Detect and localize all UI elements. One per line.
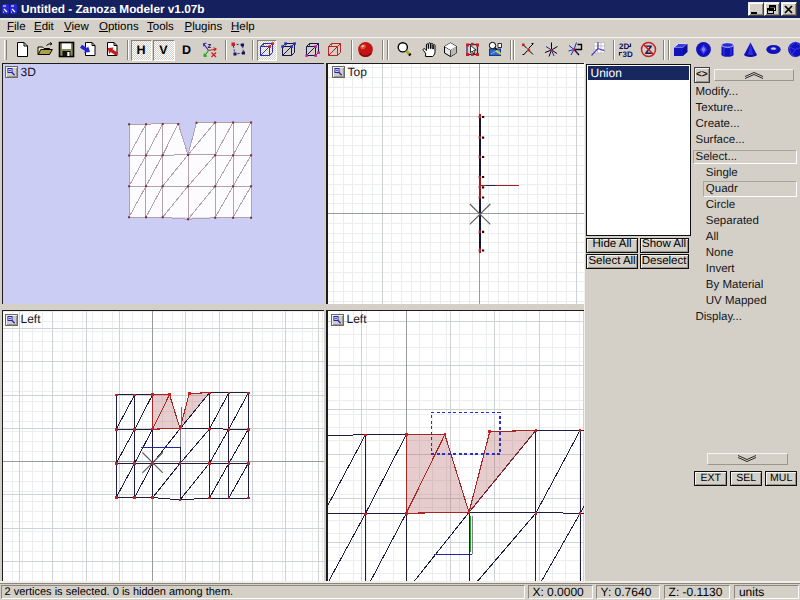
svg-text:3D: 3D <box>623 50 633 59</box>
svg-text:z: z <box>207 41 211 50</box>
